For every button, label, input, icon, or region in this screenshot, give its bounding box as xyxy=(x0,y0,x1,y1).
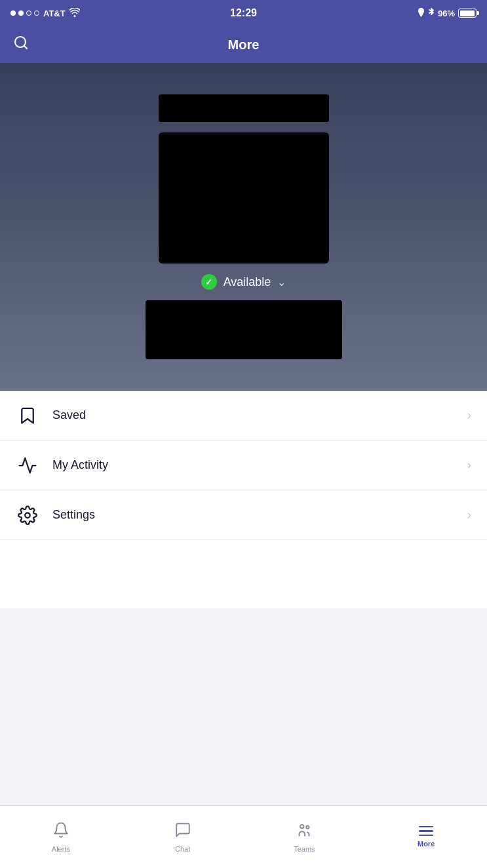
hamburger-icon xyxy=(419,826,433,837)
status-right: 96% xyxy=(418,8,477,19)
chevron-right-icon-saved: › xyxy=(467,408,471,422)
tab-more-label: More xyxy=(418,840,435,848)
signal-dot-2 xyxy=(18,10,24,16)
saved-label: Saved xyxy=(52,408,467,422)
svg-point-2 xyxy=(25,513,30,518)
chevron-right-icon-settings: › xyxy=(467,508,471,522)
profile-extra-redacted xyxy=(146,300,342,359)
location-icon xyxy=(418,8,425,19)
menu-section: Saved › My Activity › Settings › xyxy=(0,391,487,608)
tab-alerts-label: Alerts xyxy=(52,845,70,853)
bluetooth-icon xyxy=(428,8,435,19)
signal-dot-3 xyxy=(26,10,31,16)
teams-icon xyxy=(296,821,313,841)
bell-icon xyxy=(52,821,69,841)
profile-name-redacted xyxy=(159,94,329,122)
profile-section: Available ⌄ xyxy=(0,63,487,391)
tab-more[interactable]: More xyxy=(365,806,487,868)
menu-item-saved[interactable]: Saved › xyxy=(0,391,487,441)
status-time: 12:29 xyxy=(230,7,257,19)
chat-icon xyxy=(174,821,191,841)
battery-icon xyxy=(458,9,477,18)
content-spacer xyxy=(0,608,487,805)
header: More xyxy=(0,26,487,63)
status-left: AT&T xyxy=(10,8,80,19)
profile-avatar-redacted xyxy=(159,132,329,264)
menu-item-activity[interactable]: My Activity › xyxy=(0,441,487,490)
status-badge[interactable]: Available ⌄ xyxy=(201,274,286,290)
settings-icon xyxy=(16,503,39,527)
chevron-down-icon: ⌄ xyxy=(277,276,286,288)
tab-teams[interactable]: Teams xyxy=(244,806,366,868)
signal-dots xyxy=(10,10,39,16)
search-button[interactable] xyxy=(13,35,29,54)
settings-label: Settings xyxy=(52,508,467,522)
chevron-right-icon-activity: › xyxy=(467,458,471,472)
signal-dot-1 xyxy=(10,10,16,16)
bookmark-icon xyxy=(16,404,39,427)
carrier-label: AT&T xyxy=(43,9,66,18)
tab-chat-label: Chat xyxy=(175,845,190,853)
tab-chat[interactable]: Chat xyxy=(122,806,244,868)
activity-label: My Activity xyxy=(52,458,467,472)
activity-icon xyxy=(16,454,39,477)
svg-point-3 xyxy=(300,824,303,827)
wifi-icon xyxy=(69,8,80,19)
signal-dot-4 xyxy=(34,10,39,16)
svg-point-4 xyxy=(307,825,309,828)
hamburger-lines xyxy=(419,826,433,837)
tab-teams-label: Teams xyxy=(294,845,315,853)
page-title: More xyxy=(228,37,260,52)
battery-percent: 96% xyxy=(438,9,455,18)
tab-bar: Alerts Chat Teams More xyxy=(0,805,487,868)
tab-alerts[interactable]: Alerts xyxy=(0,806,122,868)
svg-line-1 xyxy=(24,46,27,49)
menu-item-settings[interactable]: Settings › xyxy=(0,490,487,540)
status-text: Available xyxy=(224,275,271,289)
available-indicator xyxy=(201,274,217,290)
battery-fill xyxy=(460,10,475,16)
status-bar: AT&T 12:29 96% xyxy=(0,0,487,26)
